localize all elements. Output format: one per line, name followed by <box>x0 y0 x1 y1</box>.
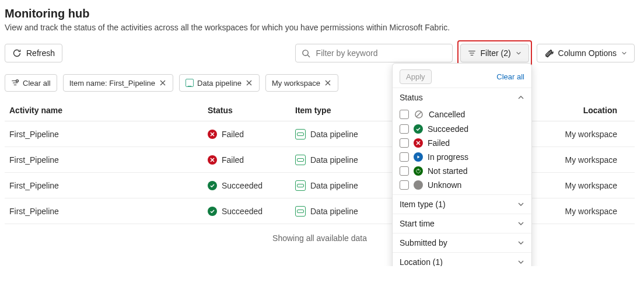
itemtype-text: Data pipeline <box>310 130 358 139</box>
cell-activity: First_Pipeline <box>5 198 203 224</box>
checkbox[interactable] <box>400 138 409 148</box>
col-header-location[interactable]: Location <box>541 100 635 121</box>
pipeline-icon: ⎯ <box>186 79 194 87</box>
chip-clear-all[interactable]: Clear all <box>5 74 57 92</box>
cell-itemtype: Data pipeline <box>290 121 396 147</box>
activities-table: Activity name Status Item type Start Loc… <box>5 100 635 224</box>
status-option-label: Unknown <box>428 180 461 190</box>
chip-label: My workspace <box>272 79 320 88</box>
filter-label: Filter (2) <box>481 48 511 58</box>
filter-section-collapsed[interactable]: Location (1) <box>393 252 531 266</box>
filter-status-option[interactable]: Succeeded <box>400 124 524 134</box>
filter-status-option[interactable]: Unknown <box>400 180 524 190</box>
filter-status-option[interactable]: Not started <box>400 166 524 176</box>
status-failed-icon <box>208 130 217 139</box>
cell-status: Failed <box>203 121 290 147</box>
filter-section-status[interactable]: Status <box>393 88 531 107</box>
checkbox[interactable] <box>400 166 409 176</box>
status-text: Succeeded <box>222 207 262 216</box>
status-text: Succeeded <box>222 181 262 190</box>
checkbox[interactable] <box>400 180 409 190</box>
checkbox[interactable] <box>400 152 409 162</box>
section-label: Start time <box>400 219 435 228</box>
status-failed-icon <box>414 138 423 148</box>
filter-button-highlight: Filter (2) <box>457 40 532 66</box>
status-option-label: Failed <box>428 138 450 148</box>
filter-section-collapsed[interactable]: Submitted by <box>393 233 531 252</box>
status-inprogress-icon <box>414 152 423 162</box>
filter-section-collapsed[interactable]: Start time <box>393 214 531 233</box>
cell-status: Failed <box>203 147 290 173</box>
filter-section-collapsed[interactable]: Item type (1) <box>393 194 531 214</box>
filter-chips-row: Clear all Item name: First_Pipeline ⎯ Da… <box>5 74 635 92</box>
column-options-button[interactable]: Column Options <box>537 44 635 62</box>
status-unknown-icon <box>414 180 423 190</box>
cell-status: Succeeded <box>203 198 290 224</box>
status-failed-icon <box>208 155 217 165</box>
cell-itemtype: Data pipeline <box>290 147 396 173</box>
filter-status-option[interactable]: Failed <box>400 138 524 148</box>
chip-label: Item name: First_Pipeline <box>69 79 155 88</box>
cell-activity: First_Pipeline <box>5 173 203 198</box>
chip-my-workspace[interactable]: My workspace <box>265 74 338 92</box>
close-icon[interactable] <box>159 79 167 87</box>
itemtype-text: Data pipeline <box>310 155 358 165</box>
table-row[interactable]: First_PipelineFailedData pipeline4:15 PM… <box>5 147 635 173</box>
search-input-wrap[interactable] <box>295 44 453 62</box>
pipeline-icon <box>295 129 306 139</box>
itemtype-text: Data pipeline <box>310 181 358 190</box>
filter-status-options: CancelledSucceededFailedIn progressNot s… <box>393 107 531 194</box>
page-subtitle: View and track the status of the activit… <box>5 23 635 32</box>
chevron-down-icon <box>517 239 524 246</box>
filter-panel: Apply Clear all Status CancelledSucceede… <box>392 63 532 266</box>
itemtype-text: Data pipeline <box>310 207 358 216</box>
checkbox[interactable] <box>400 124 409 134</box>
cell-activity: First_Pipeline <box>5 121 203 147</box>
filter-button[interactable]: Filter (2) <box>460 44 529 62</box>
chip-data-pipeline[interactable]: ⎯ Data pipeline <box>179 74 260 92</box>
cell-location: My workspace <box>541 147 635 173</box>
status-cancelled-icon <box>414 109 424 120</box>
refresh-button[interactable]: Refresh <box>5 44 62 62</box>
chip-clear-all-label: Clear all <box>23 79 51 88</box>
toolbar: Refresh Filter (2) Column <box>5 40 635 66</box>
status-succeeded-icon <box>414 124 423 134</box>
col-header-status[interactable]: Status <box>203 100 290 121</box>
svg-point-0 <box>302 50 307 55</box>
status-succeeded-icon <box>208 181 217 190</box>
close-icon[interactable] <box>245 79 253 87</box>
checkbox[interactable] <box>400 110 409 119</box>
svg-line-4 <box>416 112 421 117</box>
filter-status-option[interactable]: Cancelled <box>400 109 524 120</box>
search-input[interactable] <box>315 48 446 58</box>
status-option-label: Cancelled <box>429 110 465 119</box>
chip-item-name[interactable]: Item name: First_Pipeline <box>63 74 173 92</box>
pipeline-icon <box>295 180 306 191</box>
chip-label: Data pipeline <box>197 79 242 88</box>
col-header-activity[interactable]: Activity name <box>5 100 203 121</box>
chevron-down-icon <box>517 259 524 266</box>
close-icon[interactable] <box>324 79 332 87</box>
filter-status-option[interactable]: In progress <box>400 152 524 162</box>
table-footer-message: Showing all available data <box>5 233 635 243</box>
table-row[interactable]: First_PipelineSucceededData pipeline3:42… <box>5 173 635 198</box>
pipeline-icon <box>295 206 306 217</box>
chevron-down-icon <box>621 50 627 56</box>
table-row[interactable]: First_PipelineFailedData pipeline3:40 PM… <box>5 121 635 147</box>
cell-location: My workspace <box>541 198 635 224</box>
cell-location: My workspace <box>541 121 635 147</box>
section-label: Status <box>400 93 423 102</box>
refresh-icon <box>12 48 22 58</box>
cell-status: Succeeded <box>203 173 290 198</box>
status-notstarted-icon <box>414 166 423 176</box>
search-icon <box>302 49 310 58</box>
status-text: Failed <box>222 130 244 139</box>
col-header-itemtype[interactable]: Item type <box>290 100 396 121</box>
cell-itemtype: Data pipeline <box>290 173 396 198</box>
pipeline-icon <box>295 155 306 165</box>
cell-itemtype: Data pipeline <box>290 198 396 224</box>
clear-all-link[interactable]: Clear all <box>496 72 524 81</box>
table-row[interactable]: First_PipelineSucceededData pipeline6:08… <box>5 198 635 224</box>
status-option-label: In progress <box>428 152 468 162</box>
apply-button[interactable]: Apply <box>400 69 432 84</box>
